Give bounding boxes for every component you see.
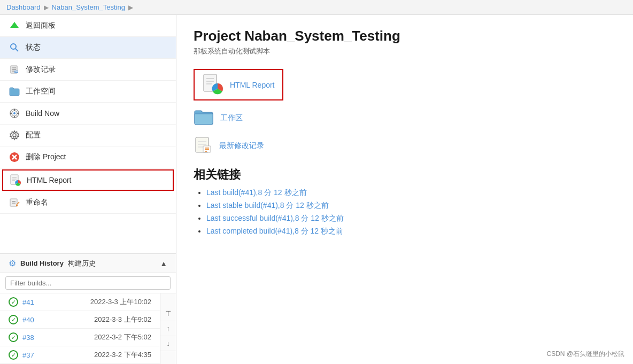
footer: CSDN @石头缝里的小松鼠 (546, 350, 624, 359)
build-status-success-icon: ✓ (9, 315, 18, 324)
scroll-top-button[interactable]: ⊤ (160, 306, 176, 321)
svg-rect-29 (16, 205, 18, 206)
sidebar-item-change-log[interactable]: 修改记录 (0, 59, 176, 81)
sidebar: 返回面板 状态 修改记录 工作空间 (0, 15, 176, 364)
build-history-header: ⚙ Build History 构建历史 ▲ (0, 254, 176, 273)
build-number[interactable]: #37 (22, 351, 34, 359)
content-html-report-item[interactable]: HTML Report (194, 69, 283, 100)
build-history-title: Build History (20, 259, 64, 267)
sidebar-label-build-now: Build Now (26, 109, 59, 118)
html-report-sidebar-icon (10, 174, 21, 186)
gear-spin-icon: ⚙ (9, 258, 16, 268)
build-date: 2022-3-2 下午4:35 (94, 350, 151, 360)
scroll-up-button[interactable]: ↑ (160, 321, 176, 336)
related-link-1[interactable]: Last stable build(#41),8 分 12 秒之前 (206, 201, 329, 210)
related-section: 相关链接 Last build(#41),8 分 12 秒之前 Last sta… (194, 167, 616, 236)
table-row[interactable]: ✓ #37 2022-3-2 下午4:35 (0, 346, 160, 364)
related-link-3[interactable]: Last completed build(#41),8 分 12 秒之前 (206, 227, 343, 235)
folder-icon (9, 86, 20, 97)
sidebar-item-delete-project[interactable]: 删除 Project (0, 146, 176, 168)
edit-icon (9, 64, 20, 75)
content-html-report-label[interactable]: HTML Report (230, 81, 275, 89)
build-history-left: ⚙ Build History 构建历史 (9, 258, 96, 268)
main-layout: 返回面板 状态 修改记录 工作空间 (0, 15, 633, 364)
build-list-container: ✓ #41 2022-3-3 上午10:02 ✓ #40 2022-3-3 上午… (0, 293, 176, 364)
build-history-collapse-button[interactable]: ▲ (160, 259, 167, 268)
build-date: 2022-3-3 上午9:02 (94, 315, 151, 324)
svg-point-1 (11, 44, 16, 49)
table-row[interactable]: ✓ #38 2022-3-2 下午5:02 (0, 329, 160, 346)
list-item: Last completed build(#41),8 分 12 秒之前 (206, 227, 616, 236)
build-number[interactable]: #40 (22, 316, 34, 324)
table-row[interactable]: ✓ #41 2022-3-3 上午10:02 (0, 293, 160, 311)
sidebar-label-rename: 重命名 (26, 198, 48, 207)
breadcrumb-project[interactable]: Naban_System_Testing (52, 3, 125, 11)
build-date: 2022-3-2 下午5:02 (94, 332, 151, 342)
related-links-list: Last build(#41),8 分 12 秒之前 Last stable b… (194, 188, 616, 236)
filter-builds-input[interactable] (5, 276, 171, 290)
build-number[interactable]: #41 (22, 298, 34, 306)
content-html-report-icon (202, 73, 223, 96)
build-history-section: ⚙ Build History 构建历史 ▲ ✓ #41 2022-3-3 上午… (0, 253, 176, 364)
related-section-title: 相关链接 (194, 167, 616, 183)
search-icon (9, 42, 20, 53)
sidebar-label-back-panel: 返回面板 (26, 21, 56, 30)
content-area: Project Naban_System_Testing 那板系统自动化测试脚本… (176, 15, 633, 364)
content-changelog-icon (194, 135, 213, 156)
breadcrumb-sep1: ▶ (44, 4, 49, 11)
project-subtitle: 那板系统自动化测试脚本 (194, 47, 616, 56)
svg-rect-25 (10, 199, 17, 206)
gear-icon (9, 129, 20, 141)
sidebar-item-status[interactable]: 状态 (0, 37, 176, 59)
build-status-success-icon: ✓ (9, 297, 18, 307)
sidebar-item-html-report[interactable]: HTML Report (2, 169, 174, 191)
scroll-down-button[interactable]: ↓ (160, 336, 176, 351)
sidebar-label-change-log: 修改记录 (26, 65, 56, 74)
scroll-arrows: ⊤ ↑ ↓ (160, 293, 176, 364)
sidebar-label-config: 配置 (26, 130, 41, 140)
content-changelog-item[interactable]: 最新修改记录 (194, 135, 616, 156)
breadcrumb-sep2: ▶ (128, 4, 133, 11)
content-workspace-icon (194, 108, 214, 128)
sidebar-label-workspace: 工作空间 (26, 87, 56, 96)
sidebar-item-back-panel[interactable]: 返回面板 (0, 15, 176, 37)
breadcrumb-dashboard[interactable]: Dashboard (6, 3, 41, 11)
svg-point-16 (13, 134, 16, 137)
build-now-icon (9, 107, 20, 119)
breadcrumb: Dashboard ▶ Naban_System_Testing ▶ (0, 0, 633, 15)
sidebar-label-delete-project: 删除 Project (26, 152, 66, 162)
sidebar-item-config[interactable]: 配置 (0, 125, 176, 146)
build-list: ✓ #41 2022-3-3 上午10:02 ✓ #40 2022-3-3 上午… (0, 293, 160, 364)
build-status-success-icon: ✓ (9, 350, 18, 360)
list-item: Last successful build(#41),8 分 12 秒之前 (206, 214, 616, 223)
build-history-title-cn: 构建历史 (68, 259, 96, 268)
rename-icon (9, 197, 20, 208)
build-number[interactable]: #38 (22, 334, 34, 342)
related-link-2[interactable]: Last successful build(#41),8 分 12 秒之前 (206, 214, 344, 222)
sidebar-item-build-now[interactable]: Build Now (0, 103, 176, 125)
filter-input-wrap (0, 273, 176, 293)
build-date: 2022-3-3 上午10:02 (90, 297, 151, 307)
list-item: Last stable build(#41),8 分 12 秒之前 (206, 201, 616, 211)
sidebar-nav: 返回面板 状态 修改记录 工作空间 (0, 15, 176, 253)
delete-icon (9, 151, 20, 163)
list-item: Last build(#41),8 分 12 秒之前 (206, 188, 616, 198)
content-workspace-item[interactable]: 工作区 (194, 108, 616, 128)
sidebar-item-rename[interactable]: 重命名 (0, 192, 176, 214)
sidebar-item-workspace[interactable]: 工作空间 (0, 81, 176, 103)
sidebar-label-status: 状态 (26, 43, 41, 52)
sidebar-label-html-report: HTML Report (27, 176, 72, 184)
content-changelog-label[interactable]: 最新修改记录 (219, 141, 264, 151)
svg-marker-0 (10, 22, 19, 28)
svg-line-2 (16, 49, 18, 51)
build-status-success-icon: ✓ (9, 332, 18, 342)
table-row[interactable]: ✓ #40 2022-3-3 上午9:02 (0, 311, 160, 329)
arrow-up-icon (9, 20, 20, 32)
project-title: Project Naban_System_Testing (194, 28, 616, 44)
content-workspace-label[interactable]: 工作区 (220, 113, 243, 123)
related-link-0[interactable]: Last build(#41),8 分 12 秒之前 (206, 188, 307, 197)
svg-point-15 (13, 112, 16, 114)
footer-text: CSDN @石头缝里的小松鼠 (546, 350, 624, 358)
